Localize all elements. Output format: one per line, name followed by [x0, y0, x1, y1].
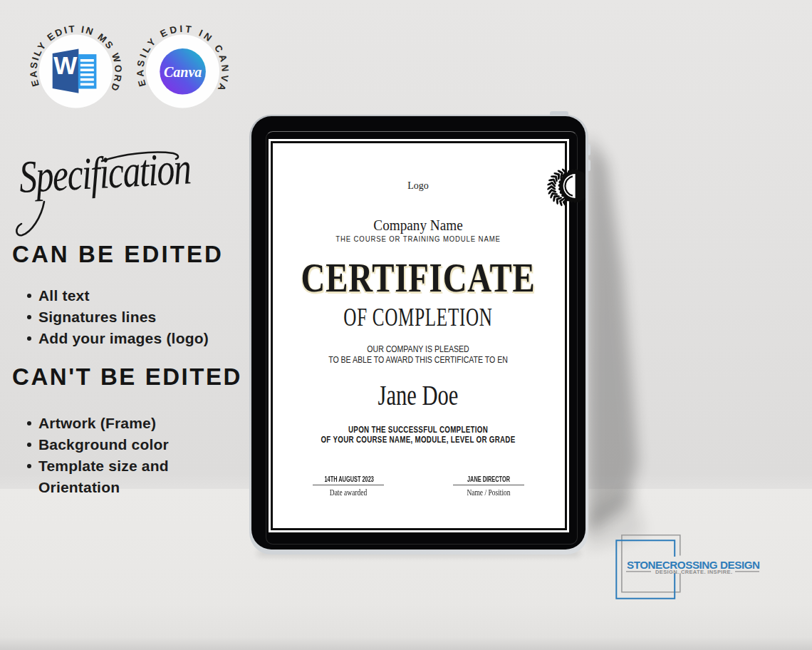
svg-text:DESIGN. CREATE. INSPIRE.: DESIGN. CREATE. INSPIRE.	[655, 569, 732, 575]
